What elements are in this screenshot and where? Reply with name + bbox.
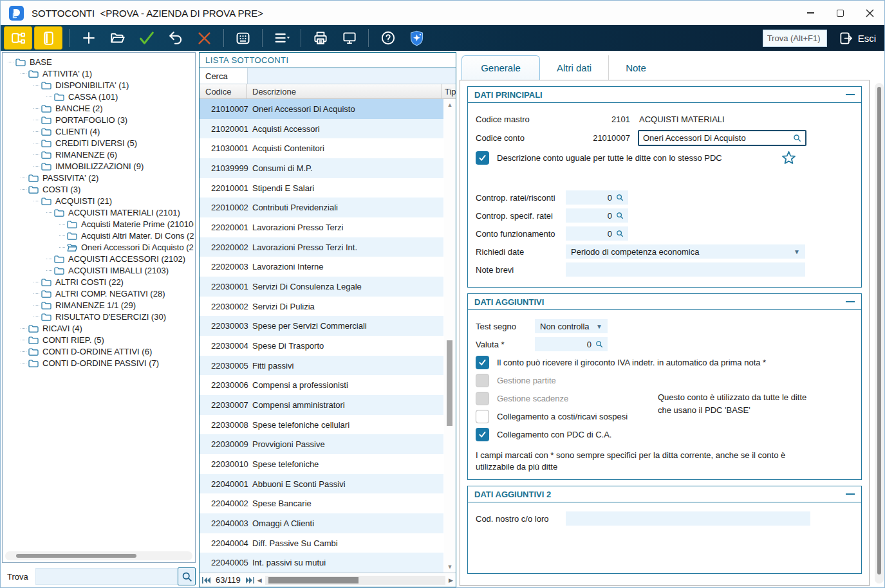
list-horizontal-scrollbar[interactable] — [265, 576, 445, 585]
tree-item[interactable]: BANCHE (2) — [5, 102, 194, 114]
magnifier-icon[interactable] — [616, 194, 624, 201]
monitor-button[interactable] — [335, 26, 364, 50]
tree-item[interactable]: DISPONIBILITA' (1) — [5, 79, 194, 91]
cod-nostro-field[interactable] — [566, 511, 810, 526]
list-row[interactable]: 22010001 Stipendi E Salari — [200, 178, 443, 198]
scroll-up-icon[interactable]: ▲ — [444, 102, 456, 108]
tree-item[interactable]: RIMANENZE (6) — [5, 149, 194, 160]
giroconto-iva-checkbox[interactable] — [476, 356, 489, 369]
pdc-ca-checkbox[interactable] — [476, 428, 489, 441]
tree-item[interactable]: ATTIVITA' (1) — [5, 68, 194, 79]
scrollbar-thumb[interactable] — [268, 577, 359, 583]
valuta-field[interactable]: 0 — [535, 337, 608, 351]
list-row[interactable]: 22040003 Omaggi A Clienti — [200, 513, 443, 533]
print-button[interactable] — [306, 26, 335, 50]
list-row[interactable]: 22040004 Diff. Passive Su Cambi — [200, 533, 443, 553]
collapse-section-icon[interactable] — [846, 301, 855, 302]
list-row[interactable]: 21020001 Acquisti Accessori — [200, 119, 443, 139]
toolbar-find-input[interactable] — [763, 30, 827, 47]
undo-button[interactable] — [161, 26, 190, 50]
list-row[interactable]: 22030001 Servizi Di Consulenza Legale — [200, 277, 443, 297]
tree-item[interactable]: RISULTATO D'ESERCIZI (30) — [5, 311, 194, 322]
tree-search-button[interactable] — [178, 567, 196, 585]
scroll-down-icon[interactable]: ▼ — [444, 564, 456, 570]
list-row[interactable]: 22030003 Spese per Servizi Commerciali — [200, 316, 443, 336]
tree-item[interactable]: PORTAFOGLIO (3) — [5, 114, 194, 125]
list-row[interactable]: 21039999 Consumi di M.P. — [200, 158, 443, 178]
tree-item[interactable]: RIMANENZE 1/1 (29) — [5, 299, 194, 311]
open-button[interactable] — [103, 26, 132, 50]
confirm-button[interactable] — [132, 26, 161, 50]
tree-view-button[interactable] — [4, 26, 32, 50]
list-search-input[interactable] — [248, 68, 456, 84]
scrollbar-thumb[interactable] — [16, 554, 136, 558]
assistant-button[interactable] — [402, 26, 431, 50]
new-button[interactable] — [74, 26, 103, 50]
tree-item[interactable]: ACQUISTI IMBALLI (2103) — [5, 264, 194, 276]
scroll-left-icon[interactable]: ◀ — [257, 577, 262, 583]
delete-button[interactable] — [190, 26, 219, 50]
controp-ratei-field[interactable]: 0 — [566, 190, 628, 205]
scrollbar-thumb[interactable] — [447, 340, 452, 425]
collapse-section-icon[interactable] — [846, 94, 855, 95]
tree-item[interactable]: CONTI RIEP. (5) — [5, 334, 194, 345]
list-vertical-scrollbar[interactable]: ▲ ▼ — [444, 99, 456, 573]
tree-item[interactable]: ACQUISTI ACCESSORI (2102) — [5, 253, 194, 264]
list-row[interactable]: 22030005 Fitti passivi — [200, 356, 443, 376]
tree-item[interactable]: BASE — [5, 56, 194, 68]
tree-item[interactable]: Oneri Accessori Di Acquisto (21 — [5, 241, 194, 253]
tab-altri-dati[interactable]: Altri dati — [540, 55, 609, 80]
menu-button[interactable] — [267, 26, 296, 50]
list-row[interactable]: 22040001 Abbuoni E Sconti Passivi — [200, 474, 443, 494]
richiedi-date-select[interactable]: Periodo di competenza economica ▼ — [566, 244, 805, 259]
list-row[interactable]: 22040005 Int. passivi su mutui — [200, 553, 443, 573]
tree-horizontal-scrollbar[interactable] — [5, 551, 192, 560]
tree-item[interactable]: CONTI D-ORDINE PASSIVI (7) — [5, 357, 194, 369]
magnifier-icon[interactable] — [793, 134, 801, 142]
list-row[interactable]: 22030002 Servizi Di Pulizia — [200, 297, 443, 317]
scroll-right-icon[interactable]: ▶ — [449, 577, 453, 583]
tree-item[interactable]: CREDITI DIVERSI (5) — [5, 137, 194, 149]
keyboard-button[interactable] — [228, 26, 257, 50]
magnifier-icon[interactable] — [616, 212, 624, 219]
maximize-button[interactable] — [825, 1, 855, 25]
list-row[interactable]: 22020001 Lavorazioni Presso Terzi — [200, 217, 443, 237]
tree-item[interactable]: ACQUISTI (21) — [5, 195, 194, 207]
list-row[interactable]: 22030010 Spese telefoniche — [200, 454, 443, 474]
list-row[interactable]: 22030007 Compensi amministratori — [200, 395, 443, 415]
list-row[interactable]: 22040002 Spese Bancarie — [200, 493, 443, 513]
tree-item[interactable]: COSTI (3) — [5, 183, 194, 195]
list-row[interactable]: 22030009 Provvigioni Passive — [200, 434, 443, 454]
exit-button[interactable]: Esci — [834, 26, 881, 50]
tree-search-input[interactable] — [35, 568, 178, 585]
magnifier-icon[interactable] — [616, 230, 624, 237]
tree-item[interactable]: CASSA (101) — [5, 91, 194, 102]
desc-uguale-checkbox[interactable] — [476, 151, 489, 165]
column-header-tipo[interactable]: Tip — [442, 84, 456, 98]
tree-item[interactable]: Acquisti Altri Mater. Di Cons (2 — [5, 230, 194, 241]
test-segno-select[interactable]: Non controlla ▼ — [535, 319, 608, 333]
collapse-section-icon[interactable] — [846, 493, 855, 495]
first-page-button[interactable] — [202, 577, 210, 583]
star-icon[interactable] — [781, 150, 797, 166]
tree-item[interactable]: Acquisti Materie Prime (210100 — [5, 218, 194, 230]
list-row[interactable]: 22030006 Compensi a professionisti — [200, 375, 443, 395]
list-row[interactable]: 22020002 Lavorazioni Presso Terzi Int. — [200, 237, 443, 257]
tree-item[interactable]: IMMOBILIZZAZIONI (9) — [5, 160, 194, 172]
tree-item[interactable]: ALTRI COMP. NEGATIVI (28) — [5, 288, 194, 299]
controp-specif-field[interactable]: 0 — [566, 208, 628, 223]
costi-ricavi-sospesi-checkbox[interactable] — [476, 410, 489, 423]
scrollbar-thumb[interactable] — [877, 87, 881, 574]
tree-item[interactable]: CONTI D-ORDINE ATTIVI (6) — [5, 345, 194, 357]
tree-item[interactable]: RICAVI (4) — [5, 322, 194, 334]
column-header-codice[interactable]: Codice — [200, 84, 247, 98]
list-row[interactable]: 22030004 Spese Di Trasporto — [200, 336, 443, 356]
list-row[interactable]: 22020003 Lavorazioni Interne — [200, 257, 443, 277]
list-row[interactable]: 22030008 Spese telefoniche cellulari — [200, 415, 443, 435]
help-button[interactable] — [373, 26, 402, 50]
codice-conto-desc-input[interactable]: Oneri Accessori Di Acquisto — [638, 130, 806, 146]
tree-item[interactable]: ALTRI COSTI (22) — [5, 276, 194, 288]
tab-note[interactable]: Note — [609, 55, 663, 80]
tree-item[interactable]: ACQUISTI MATERIALI (2101) — [5, 207, 194, 218]
detail-vertical-scrollbar[interactable] — [875, 83, 884, 583]
